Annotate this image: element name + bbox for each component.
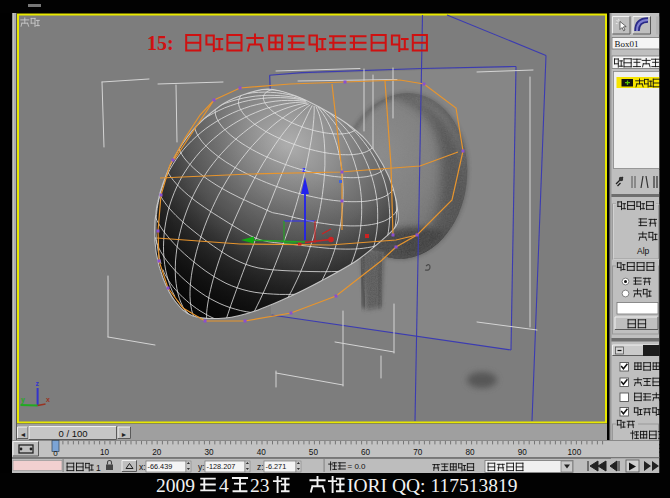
svg-text:70: 70 <box>413 448 423 457</box>
svg-text:90: 90 <box>518 448 528 457</box>
svg-text:x:: x: <box>139 462 146 472</box>
svg-text:-128.207: -128.207 <box>207 462 236 471</box>
svg-text:◄: ◄ <box>20 431 27 438</box>
svg-text:10: 10 <box>100 448 110 457</box>
svg-text:1: 1 <box>96 463 101 473</box>
svg-text:►: ► <box>121 431 128 438</box>
svg-text:40: 40 <box>257 448 267 457</box>
svg-text:-6.271: -6.271 <box>266 462 287 471</box>
svg-text:15:: 15: <box>147 32 174 54</box>
svg-text:4: 4 <box>219 475 229 496</box>
svg-text:80: 80 <box>465 448 475 457</box>
svg-text:100: 100 <box>568 448 582 457</box>
svg-text:x: x <box>46 396 50 403</box>
svg-text:IORI QQ: 117513819: IORI QQ: 117513819 <box>347 475 517 496</box>
svg-text:z: z <box>36 380 40 387</box>
svg-text:0 / 100: 0 / 100 <box>58 428 87 439</box>
svg-text:z:: z: <box>257 462 264 472</box>
svg-text:= 0.0: = 0.0 <box>348 462 367 471</box>
svg-text:20: 20 <box>152 448 162 457</box>
svg-text:z: z <box>302 166 306 173</box>
svg-text:23: 23 <box>250 475 270 496</box>
svg-text:60: 60 <box>361 448 371 457</box>
svg-text:Box01: Box01 <box>615 39 639 49</box>
svg-text:2009: 2009 <box>156 475 195 496</box>
svg-text:y: y <box>21 396 25 404</box>
svg-text:0: 0 <box>53 449 58 458</box>
svg-text:-66.439: -66.439 <box>148 462 173 471</box>
svg-text:Alp: Alp <box>637 246 650 256</box>
svg-text:y:: y: <box>198 462 205 472</box>
svg-text:30: 30 <box>204 448 214 457</box>
svg-text:50: 50 <box>309 448 319 457</box>
